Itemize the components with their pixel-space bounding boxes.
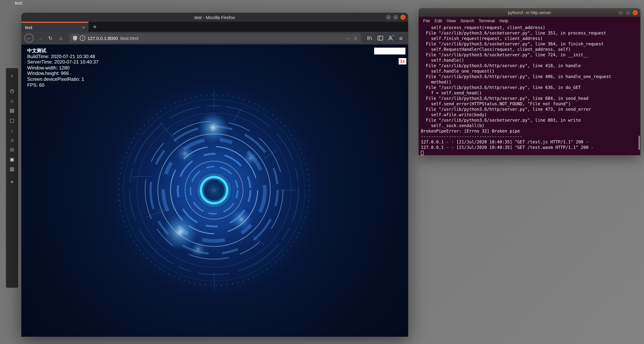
stat-line: 中文测试	[27, 48, 98, 53]
stat-line: Window.width: 1280	[27, 65, 98, 71]
download-icon: ↓	[11, 127, 13, 133]
dock-item-files[interactable]: ▤	[6, 106, 18, 116]
dock-collapse-button[interactable]: ‹	[6, 71, 18, 80]
shield-icon[interactable]	[72, 35, 78, 41]
maximize-button[interactable]: ▫	[393, 15, 398, 20]
dock-item-clock[interactable]: ◷	[6, 86, 18, 96]
account-button[interactable]	[386, 34, 394, 42]
terminal-line: File "/usr/lib/python3.6/http/server.py"…	[421, 63, 640, 69]
dock: ‹ ◷ ⌂ ▤ ▢ ↓ ♫ ◎ ▣ ▥ +	[6, 68, 18, 288]
firefox-window: test - Mozilla Firefox − ▫ × test × + ← …	[21, 13, 408, 337]
menu-view[interactable]: View	[444, 18, 458, 23]
trash-icon: ▥	[10, 166, 14, 172]
terminal-scrollbar[interactable]	[638, 136, 640, 150]
url-path: /test.html	[120, 36, 138, 41]
terminal-window-controls: − ▫ ×	[618, 10, 638, 15]
url-bar[interactable]: i 127.0.0.1:8000/test.html ⋯ ☆	[70, 34, 361, 43]
terminal-line: self.finish_request(request, client_addr…	[421, 36, 640, 41]
camera-icon: ◎	[10, 147, 14, 153]
music-icon: ♫	[10, 137, 14, 143]
sidebar-icon	[377, 35, 383, 41]
dock-item-home[interactable]: ⌂	[6, 96, 18, 106]
stat-line: FPS: 60	[27, 82, 98, 88]
chevron-left-icon: ‹	[11, 72, 13, 79]
menu-edit[interactable]: Edit	[432, 18, 444, 23]
maximize-icon: ▫	[395, 16, 396, 19]
terminal-line: File "/usr/lib/python3.6/http/server.py"…	[421, 96, 640, 101]
page-actions-icon[interactable]: ⋯	[346, 36, 351, 41]
hamburger-icon: ≡	[399, 35, 403, 42]
terminal-prompt-line	[421, 150, 640, 155]
terminal-menubar: File Edit View Search Terminal Help	[418, 17, 640, 24]
library-button[interactable]	[366, 34, 374, 42]
terminal-line: File "/usr/lib/python3.6/http/server.py"…	[421, 85, 640, 90]
home-icon: ⌂	[10, 98, 14, 104]
maximize-button[interactable]: ▫	[626, 10, 630, 15]
navigation-toolbar: ← → ↻ ⌂ i 127.0.0.1:8000/test.html ⋯ ☆	[21, 32, 408, 45]
stat-line: Screen.devicePixelRatio: 1	[27, 76, 98, 82]
terminal-line: method()	[421, 79, 640, 85]
hud-graphic	[105, 81, 323, 299]
minimize-icon: −	[388, 16, 389, 19]
desktop-window-label: test	[15, 1, 22, 6]
info-icon[interactable]: i	[80, 35, 85, 41]
terminal-line: self.RequestHandlerClass(request, client…	[421, 47, 640, 52]
terminal-line: self.handle()	[421, 58, 640, 63]
close-button[interactable]: ×	[633, 10, 638, 15]
sync-notification-dot	[392, 35, 394, 36]
close-icon: ×	[402, 16, 404, 19]
terminal-line: BrokenPipeError: [Errno 32] Broken pipe	[421, 128, 640, 134]
firefox-window-title: test - Mozilla Firefox	[194, 15, 235, 20]
terminal-window-title: python3 -m http.server	[508, 10, 551, 15]
menu-terminal[interactable]: Terminal	[476, 18, 497, 23]
desktop: test ‹ ◷ ⌂ ▤ ▢ ↓ ♫ ◎ ▣ ▥ + test - Mozill…	[0, 0, 644, 344]
reload-button[interactable]: ↻	[46, 34, 54, 42]
terminal-titlebar[interactable]: python3 -m http.server − ▫ ×	[418, 8, 640, 17]
terminal-line: f = self.send_head()	[421, 90, 640, 96]
stat-line: BuildTime: 2020-07-21 10:30:48	[27, 53, 98, 59]
firefox-window-controls: − ▫ ×	[386, 15, 406, 20]
home-button[interactable]: ⌂	[57, 34, 65, 42]
menu-button[interactable]: ≡	[397, 34, 405, 42]
sidebar-button[interactable]	[376, 34, 384, 42]
terminal-line: File "/usr/lib/python3.6/socketserver.py…	[421, 31, 640, 36]
dock-item-music[interactable]: ♫	[6, 135, 18, 145]
terminal-line: File "/usr/lib/python3.6/http/server.py"…	[421, 107, 640, 112]
close-icon: ×	[634, 11, 636, 14]
terminal-line: 127.0.0.1 - - [21/Jul/2020 10:40:35] "GE…	[421, 139, 640, 145]
terminal-line: File "/usr/lib/python3.6/socketserver.py…	[421, 41, 640, 47]
dock-add-button[interactable]: +	[6, 177, 18, 187]
terminal-output[interactable]: self.process_request(request, client_add…	[418, 24, 640, 155]
bookmark-star-icon[interactable]: ☆	[353, 35, 358, 41]
terminal-line: File "/usr/lib/python3.6/socketserver.py…	[421, 52, 640, 58]
dock-item-camera[interactable]: ◎	[6, 145, 18, 155]
terminal-line: File "/usr/lib/python3.6/socketserver.py…	[421, 118, 640, 123]
forward-button[interactable]: →	[36, 34, 44, 42]
minimize-button[interactable]: −	[618, 10, 623, 15]
tab-close-icon[interactable]: ×	[82, 25, 85, 30]
terminal-line: File "/usr/lib/python3.6/http/server.py"…	[421, 74, 640, 79]
tab-bar: test × +	[21, 22, 408, 32]
firefox-titlebar[interactable]: test - Mozilla Firefox − ▫ ×	[21, 13, 408, 22]
page-stats: 中文测试 BuildTime: 2020-07-21 10:30:48 Serv…	[27, 48, 98, 88]
back-button[interactable]: ←	[24, 34, 34, 43]
dock-item-document[interactable]: ▢	[6, 116, 18, 125]
account-icon	[388, 35, 393, 41]
page-text-input[interactable]	[374, 48, 406, 55]
new-tab-button[interactable]: +	[88, 22, 101, 32]
dock-item-video[interactable]: ▣	[6, 155, 18, 164]
document-icon: ▢	[10, 117, 14, 123]
menu-help[interactable]: Help	[497, 18, 510, 23]
dock-item-downloads[interactable]: ↓	[6, 125, 18, 135]
terminal-line: self.send_error(HTTPStatus.NOT_FOUND, "F…	[421, 101, 640, 107]
menu-file[interactable]: File	[421, 18, 432, 23]
terminal-line: self.wfile.write(body)	[421, 112, 640, 118]
close-button[interactable]: ×	[400, 15, 406, 20]
dock-item-trash[interactable]: ▥	[6, 164, 18, 174]
menu-search[interactable]: Search	[458, 18, 476, 23]
stat-line: ServerTime: 2020-07-21 10:40:37	[27, 59, 98, 65]
minimize-button[interactable]: −	[386, 15, 391, 20]
tab-test[interactable]: test ×	[21, 22, 88, 32]
speed-badge[interactable]: 1x	[399, 58, 406, 65]
tab-label: test	[25, 25, 82, 30]
